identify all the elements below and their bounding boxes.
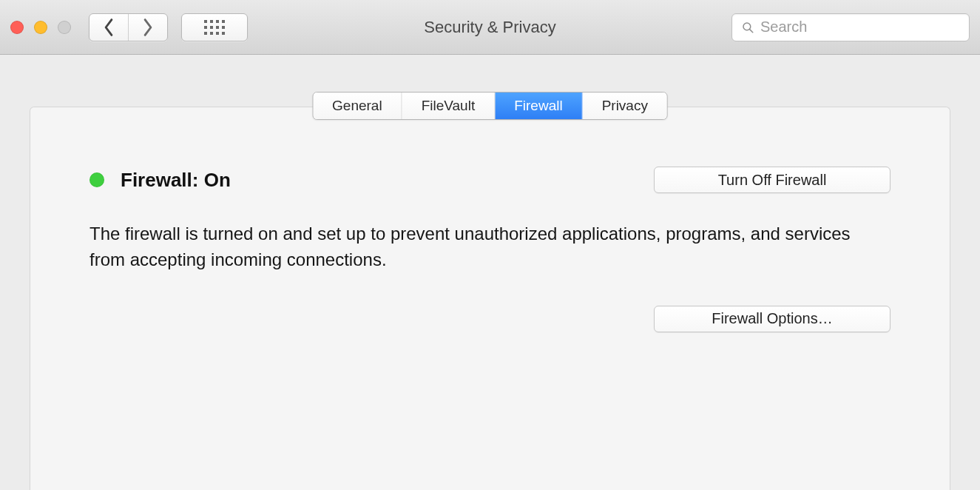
firewall-description: The firewall is turned on and set up to … [89, 221, 891, 273]
search-input[interactable] [760, 19, 960, 36]
chevron-left-icon [103, 18, 115, 37]
firewall-status-label: Firewall: On [121, 169, 231, 192]
window-zoom-button[interactable] [58, 21, 71, 34]
window-minimize-button[interactable] [34, 21, 47, 34]
firewall-options-button[interactable]: Firewall Options… [654, 306, 891, 332]
tab-filevault[interactable]: FileVault [402, 93, 496, 119]
firewall-options-row: Firewall Options… [89, 306, 891, 332]
tab-general[interactable]: General [313, 93, 402, 119]
forward-button[interactable] [129, 14, 167, 41]
chevron-right-icon [142, 18, 154, 37]
nav-back-forward [89, 13, 168, 41]
search-field[interactable] [731, 13, 970, 41]
titlebar: Security & Privacy [0, 0, 980, 55]
firewall-status-row: Firewall: On Turn Off Firewall [89, 167, 891, 193]
grid-icon [204, 20, 225, 35]
svg-line-1 [750, 29, 753, 32]
search-icon [741, 21, 754, 34]
status-indicator-icon [89, 172, 104, 187]
window-close-button[interactable] [10, 21, 24, 34]
tab-firewall[interactable]: Firewall [495, 93, 582, 119]
tab-bar: General FileVault Firewall Privacy [312, 92, 668, 120]
content-area: General FileVault Firewall Privacy Firew… [0, 55, 980, 490]
traffic-lights [10, 21, 71, 34]
tab-privacy[interactable]: Privacy [583, 93, 667, 119]
firewall-panel: Firewall: On Turn Off Firewall The firew… [30, 107, 950, 490]
back-button[interactable] [89, 14, 129, 41]
turn-off-firewall-button[interactable]: Turn Off Firewall [654, 167, 891, 193]
show-all-button[interactable] [181, 13, 248, 41]
